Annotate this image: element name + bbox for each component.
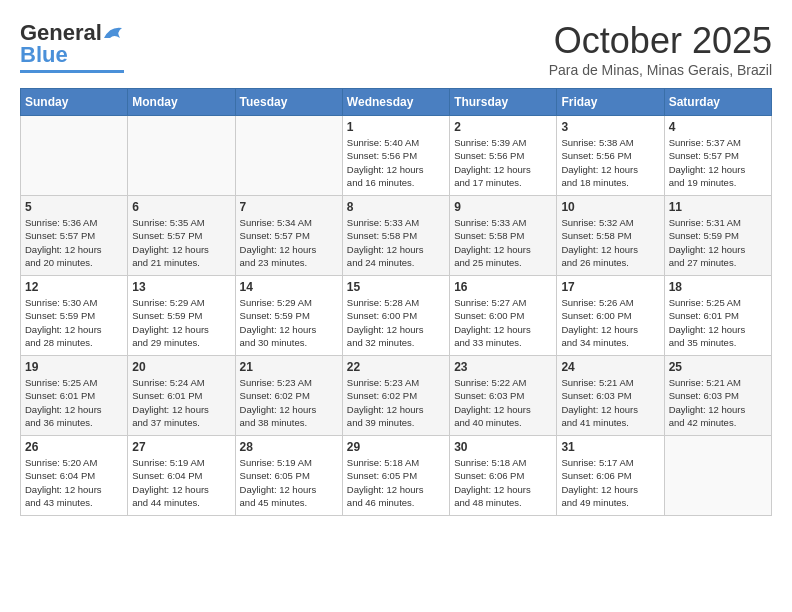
- day-info: Sunrise: 5:34 AM Sunset: 5:57 PM Dayligh…: [240, 216, 338, 269]
- day-info: Sunrise: 5:25 AM Sunset: 6:01 PM Dayligh…: [669, 296, 767, 349]
- day-number: 2: [454, 120, 552, 134]
- weekday-header-monday: Monday: [128, 89, 235, 116]
- calendar-row-2: 5Sunrise: 5:36 AM Sunset: 5:57 PM Daylig…: [21, 196, 772, 276]
- calendar-row-5: 26Sunrise: 5:20 AM Sunset: 6:04 PM Dayli…: [21, 436, 772, 516]
- calendar-cell: [21, 116, 128, 196]
- day-info: Sunrise: 5:21 AM Sunset: 6:03 PM Dayligh…: [561, 376, 659, 429]
- weekday-header-friday: Friday: [557, 89, 664, 116]
- day-number: 11: [669, 200, 767, 214]
- calendar-cell: 14Sunrise: 5:29 AM Sunset: 5:59 PM Dayli…: [235, 276, 342, 356]
- day-number: 21: [240, 360, 338, 374]
- day-info: Sunrise: 5:36 AM Sunset: 5:57 PM Dayligh…: [25, 216, 123, 269]
- calendar-cell: 8Sunrise: 5:33 AM Sunset: 5:58 PM Daylig…: [342, 196, 449, 276]
- calendar-cell: 31Sunrise: 5:17 AM Sunset: 6:06 PM Dayli…: [557, 436, 664, 516]
- calendar-cell: 1Sunrise: 5:40 AM Sunset: 5:56 PM Daylig…: [342, 116, 449, 196]
- calendar-cell: 20Sunrise: 5:24 AM Sunset: 6:01 PM Dayli…: [128, 356, 235, 436]
- day-number: 23: [454, 360, 552, 374]
- day-info: Sunrise: 5:30 AM Sunset: 5:59 PM Dayligh…: [25, 296, 123, 349]
- calendar-cell: 18Sunrise: 5:25 AM Sunset: 6:01 PM Dayli…: [664, 276, 771, 356]
- day-number: 18: [669, 280, 767, 294]
- weekday-header-wednesday: Wednesday: [342, 89, 449, 116]
- day-info: Sunrise: 5:17 AM Sunset: 6:06 PM Dayligh…: [561, 456, 659, 509]
- calendar-cell: 25Sunrise: 5:21 AM Sunset: 6:03 PM Dayli…: [664, 356, 771, 436]
- day-info: Sunrise: 5:25 AM Sunset: 6:01 PM Dayligh…: [25, 376, 123, 429]
- day-info: Sunrise: 5:31 AM Sunset: 5:59 PM Dayligh…: [669, 216, 767, 269]
- day-number: 28: [240, 440, 338, 454]
- day-info: Sunrise: 5:19 AM Sunset: 6:04 PM Dayligh…: [132, 456, 230, 509]
- day-info: Sunrise: 5:18 AM Sunset: 6:06 PM Dayligh…: [454, 456, 552, 509]
- day-info: Sunrise: 5:22 AM Sunset: 6:03 PM Dayligh…: [454, 376, 552, 429]
- calendar-cell: 10Sunrise: 5:32 AM Sunset: 5:58 PM Dayli…: [557, 196, 664, 276]
- calendar-cell: 6Sunrise: 5:35 AM Sunset: 5:57 PM Daylig…: [128, 196, 235, 276]
- day-info: Sunrise: 5:24 AM Sunset: 6:01 PM Dayligh…: [132, 376, 230, 429]
- weekday-header-thursday: Thursday: [450, 89, 557, 116]
- calendar-cell: 26Sunrise: 5:20 AM Sunset: 6:04 PM Dayli…: [21, 436, 128, 516]
- calendar-row-3: 12Sunrise: 5:30 AM Sunset: 5:59 PM Dayli…: [21, 276, 772, 356]
- calendar-cell: 7Sunrise: 5:34 AM Sunset: 5:57 PM Daylig…: [235, 196, 342, 276]
- calendar-cell: 11Sunrise: 5:31 AM Sunset: 5:59 PM Dayli…: [664, 196, 771, 276]
- calendar-cell: 17Sunrise: 5:26 AM Sunset: 6:00 PM Dayli…: [557, 276, 664, 356]
- day-info: Sunrise: 5:28 AM Sunset: 6:00 PM Dayligh…: [347, 296, 445, 349]
- day-number: 1: [347, 120, 445, 134]
- day-number: 19: [25, 360, 123, 374]
- day-number: 4: [669, 120, 767, 134]
- day-info: Sunrise: 5:33 AM Sunset: 5:58 PM Dayligh…: [347, 216, 445, 269]
- day-number: 27: [132, 440, 230, 454]
- calendar-cell: 9Sunrise: 5:33 AM Sunset: 5:58 PM Daylig…: [450, 196, 557, 276]
- day-info: Sunrise: 5:35 AM Sunset: 5:57 PM Dayligh…: [132, 216, 230, 269]
- title-area: October 2025 Para de Minas, Minas Gerais…: [549, 20, 772, 78]
- weekday-header-saturday: Saturday: [664, 89, 771, 116]
- day-number: 15: [347, 280, 445, 294]
- day-number: 17: [561, 280, 659, 294]
- day-info: Sunrise: 5:23 AM Sunset: 6:02 PM Dayligh…: [347, 376, 445, 429]
- calendar-cell: [664, 436, 771, 516]
- calendar-cell: 27Sunrise: 5:19 AM Sunset: 6:04 PM Dayli…: [128, 436, 235, 516]
- calendar-row-1: 1Sunrise: 5:40 AM Sunset: 5:56 PM Daylig…: [21, 116, 772, 196]
- day-number: 5: [25, 200, 123, 214]
- calendar-cell: 30Sunrise: 5:18 AM Sunset: 6:06 PM Dayli…: [450, 436, 557, 516]
- weekday-header-tuesday: Tuesday: [235, 89, 342, 116]
- day-info: Sunrise: 5:39 AM Sunset: 5:56 PM Dayligh…: [454, 136, 552, 189]
- calendar-cell: 29Sunrise: 5:18 AM Sunset: 6:05 PM Dayli…: [342, 436, 449, 516]
- month-title: October 2025: [549, 20, 772, 62]
- logo-blue: Blue: [20, 42, 68, 68]
- day-info: Sunrise: 5:40 AM Sunset: 5:56 PM Dayligh…: [347, 136, 445, 189]
- day-number: 8: [347, 200, 445, 214]
- day-number: 3: [561, 120, 659, 134]
- day-number: 24: [561, 360, 659, 374]
- day-number: 25: [669, 360, 767, 374]
- day-info: Sunrise: 5:37 AM Sunset: 5:57 PM Dayligh…: [669, 136, 767, 189]
- day-info: Sunrise: 5:21 AM Sunset: 6:03 PM Dayligh…: [669, 376, 767, 429]
- day-number: 16: [454, 280, 552, 294]
- day-number: 10: [561, 200, 659, 214]
- day-info: Sunrise: 5:32 AM Sunset: 5:58 PM Dayligh…: [561, 216, 659, 269]
- day-number: 13: [132, 280, 230, 294]
- logo: General Blue: [20, 20, 124, 73]
- calendar-cell: 16Sunrise: 5:27 AM Sunset: 6:00 PM Dayli…: [450, 276, 557, 356]
- day-info: Sunrise: 5:33 AM Sunset: 5:58 PM Dayligh…: [454, 216, 552, 269]
- day-number: 14: [240, 280, 338, 294]
- calendar-cell: 21Sunrise: 5:23 AM Sunset: 6:02 PM Dayli…: [235, 356, 342, 436]
- day-info: Sunrise: 5:23 AM Sunset: 6:02 PM Dayligh…: [240, 376, 338, 429]
- calendar-cell: 19Sunrise: 5:25 AM Sunset: 6:01 PM Dayli…: [21, 356, 128, 436]
- day-number: 7: [240, 200, 338, 214]
- location-subtitle: Para de Minas, Minas Gerais, Brazil: [549, 62, 772, 78]
- day-info: Sunrise: 5:20 AM Sunset: 6:04 PM Dayligh…: [25, 456, 123, 509]
- calendar-cell: 4Sunrise: 5:37 AM Sunset: 5:57 PM Daylig…: [664, 116, 771, 196]
- calendar-cell: [235, 116, 342, 196]
- weekday-header-sunday: Sunday: [21, 89, 128, 116]
- day-number: 20: [132, 360, 230, 374]
- calendar-row-4: 19Sunrise: 5:25 AM Sunset: 6:01 PM Dayli…: [21, 356, 772, 436]
- calendar-cell: 24Sunrise: 5:21 AM Sunset: 6:03 PM Dayli…: [557, 356, 664, 436]
- page-header: General Blue October 2025 Para de Minas,…: [20, 20, 772, 78]
- day-info: Sunrise: 5:29 AM Sunset: 5:59 PM Dayligh…: [132, 296, 230, 349]
- calendar-table: SundayMondayTuesdayWednesdayThursdayFrid…: [20, 88, 772, 516]
- calendar-cell: 13Sunrise: 5:29 AM Sunset: 5:59 PM Dayli…: [128, 276, 235, 356]
- day-number: 22: [347, 360, 445, 374]
- day-number: 12: [25, 280, 123, 294]
- day-info: Sunrise: 5:29 AM Sunset: 5:59 PM Dayligh…: [240, 296, 338, 349]
- weekday-header-row: SundayMondayTuesdayWednesdayThursdayFrid…: [21, 89, 772, 116]
- calendar-cell: 2Sunrise: 5:39 AM Sunset: 5:56 PM Daylig…: [450, 116, 557, 196]
- day-number: 31: [561, 440, 659, 454]
- day-info: Sunrise: 5:38 AM Sunset: 5:56 PM Dayligh…: [561, 136, 659, 189]
